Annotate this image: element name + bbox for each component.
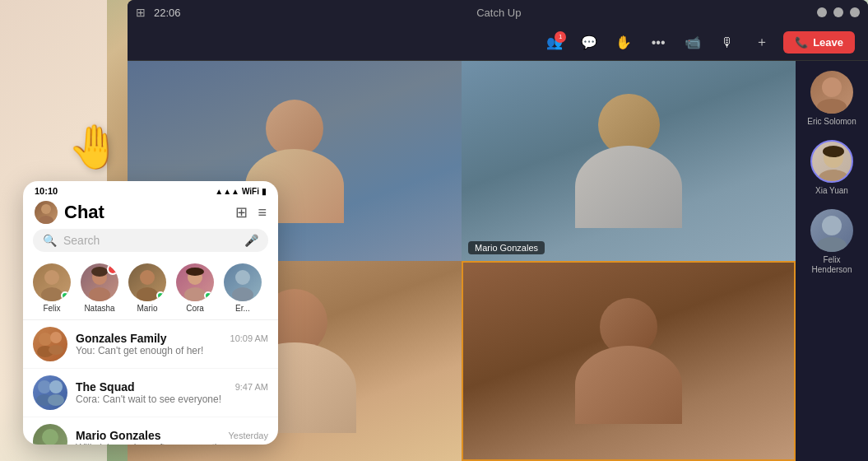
svg-point-28 [823,146,844,157]
add-button[interactable]: ＋ [749,30,775,56]
svg-point-7 [140,270,155,285]
titlebar-left: ⊞ 22:06 [136,6,181,19]
story-name-natasha: Natasha [84,304,114,313]
more-button[interactable]: ••• [645,30,671,56]
story-cora[interactable]: Cora [176,263,214,313]
svg-point-17 [49,345,63,355]
participant-name-eric: Eric Solomon [807,117,856,127]
chat-list: Gonzales Family 10:09 AM You: Can't get … [23,320,278,445]
svg-point-5 [89,287,110,301]
titlebar-center: Catch Up [476,7,521,19]
chat-item-gonzales[interactable]: Gonzales Family 10:09 AM You: Can't get … [23,320,278,369]
story-er[interactable]: Er... [224,263,262,313]
svg-point-2 [44,270,59,285]
notification-badge [107,263,118,275]
video-icon: 📹 [685,35,701,50]
phone-status-bar: 10:10 ▲▲▲ WiFi ▮ [23,181,278,198]
participant-name-xia: Xia Yuan [815,186,848,196]
participant-avatar-felix [810,209,853,252]
story-avatar-felix [33,263,71,301]
chat-name-squad: The Squad [76,380,135,393]
call-time: 22:06 [154,7,181,19]
chat-name-gonzales: Gonzales Family [76,332,166,345]
chat-name-row-squad: The Squad 9:47 AM [76,380,268,393]
maximize-button[interactable] [833,7,843,17]
chat-avatar-mario [33,424,67,445]
chat-name-mario: Mario Gonzales [76,429,160,442]
chat-avatar-squad [33,375,67,410]
wave-emoji: 🤚 [67,122,121,172]
svg-point-20 [49,380,63,393]
minimize-button[interactable] [817,7,827,17]
battery-icon: ▮ [262,187,267,196]
more-icon: ••• [652,35,666,50]
header-icons: ⊞ ≡ [235,203,267,221]
phone-time: 10:10 [35,186,58,196]
chat-preview-gonzales: You: Can't get enough of her! [76,345,268,356]
chat-preview-squad: Cora: Can't wait to see everyone! [76,393,268,405]
status-icons: ▲▲▲ WiFi ▮ [215,187,267,196]
teams-toolbar: 👥 1 💬 ✋ ••• 📹 🎙 ＋ 📞 Leave [128,25,868,61]
story-natasha[interactable]: Natasha [81,263,118,313]
search-icon: 🔍 [43,234,57,247]
chat-time-squad: 9:47 AM [235,382,268,392]
chat-title: Chat [64,202,104,223]
svg-point-29 [822,216,842,235]
mic-icon[interactable]: 🎤 [244,234,258,247]
video-cell-4 [462,261,796,461]
participants-button[interactable]: 👥 1 [541,30,568,56]
chat-time-gonzales: 10:09 AM [230,333,268,343]
story-mario[interactable]: Mario [128,263,166,313]
add-icon: ＋ [755,34,768,51]
video-button[interactable]: 📹 [680,30,706,56]
story-felix[interactable]: Felix [33,263,71,313]
story-avatar-natasha [81,263,118,301]
grid-icon: ⊞ [136,6,146,19]
svg-point-0 [41,204,51,214]
participant-eric: Eric Solomon [807,71,856,127]
svg-point-12 [235,270,250,285]
story-name-felix: Felix [43,304,60,313]
chat-preview-mario: Will pick up pizza after my practice. [76,442,268,445]
svg-point-10 [184,287,206,301]
chat-header-avatar [35,201,58,224]
online-indicator-mario [156,291,165,300]
close-button[interactable] [850,7,860,17]
phone-end-icon: 📞 [795,36,808,49]
video-name-mario: Mario Gonzales [468,241,545,254]
chat-button[interactable]: 💬 [576,30,602,56]
hand-icon: ✋ [615,35,632,50]
story-name-cora: Cora [186,304,204,313]
chat-item-mario[interactable]: Mario Gonzales Yesterday Will pick up pi… [23,417,278,445]
chat-time-mario: Yesterday [228,431,268,440]
reactions-button[interactable]: ✋ [610,30,637,56]
participant-xia: Xia Yuan [810,140,853,196]
signal-icon: ▲▲▲ [215,187,239,196]
story-name-mario: Mario [137,304,157,313]
teams-titlebar: ⊞ 22:06 Catch Up [128,0,868,25]
svg-point-27 [819,170,848,183]
notification-count: 1 [555,31,566,43]
chat-content-mario: Mario Gonzales Yesterday Will pick up pi… [76,429,268,445]
titlebar-right [817,7,860,17]
leave-button[interactable]: 📞 Leave [783,31,855,54]
mobile-phone: 10:10 ▲▲▲ WiFi ▮ Chat ⊞ ≡ 🔍 Search 🎤 [23,181,278,445]
filter-icon[interactable]: ≡ [258,204,267,221]
svg-point-13 [232,287,253,301]
svg-point-22 [42,429,58,445]
side-panel: Eric Solomon Xia Yuan [796,61,868,461]
svg-point-11 [186,268,204,276]
search-bar[interactable]: 🔍 Search 🎤 [33,229,268,252]
copy-icon[interactable]: ⊞ [235,203,248,221]
chat-item-squad[interactable]: The Squad 9:47 AM Cora: Can't wait to se… [23,369,278,417]
chat-icon: 💬 [581,35,597,50]
online-indicator [61,291,69,300]
story-avatar-mario [128,263,166,301]
svg-point-18 [38,380,51,393]
svg-point-8 [137,287,158,301]
mic-button[interactable]: 🎙 [714,30,740,56]
svg-point-24 [822,77,842,97]
online-indicator-cora [204,291,212,300]
story-avatar-er [224,263,262,301]
svg-point-30 [817,237,847,252]
